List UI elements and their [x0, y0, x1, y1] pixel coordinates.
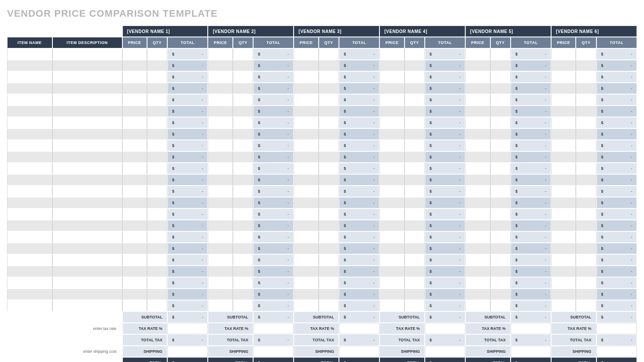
price-cell[interactable] — [379, 289, 404, 300]
qty-cell[interactable] — [147, 208, 167, 220]
qty-cell[interactable] — [233, 289, 253, 300]
qty-cell[interactable] — [319, 106, 339, 117]
price-cell[interactable] — [551, 197, 576, 208]
price-cell[interactable] — [122, 140, 147, 151]
qty-cell[interactable] — [405, 106, 425, 117]
price-cell[interactable] — [294, 128, 318, 140]
price-cell[interactable] — [122, 60, 147, 71]
price-cell[interactable] — [208, 117, 232, 128]
qty-cell[interactable] — [490, 231, 511, 243]
price-cell[interactable] — [465, 231, 490, 243]
qty-cell[interactable] — [233, 277, 253, 289]
item-description-cell[interactable] — [52, 163, 122, 174]
qty-cell[interactable] — [319, 71, 339, 83]
summary-value[interactable] — [511, 323, 551, 334]
qty-cell[interactable] — [405, 254, 425, 266]
qty-cell[interactable] — [490, 140, 511, 151]
price-cell[interactable] — [294, 94, 318, 106]
price-cell[interactable] — [465, 220, 490, 231]
item-description-cell[interactable] — [52, 266, 122, 277]
qty-cell[interactable] — [576, 174, 596, 186]
qty-cell[interactable] — [405, 243, 425, 254]
price-cell[interactable] — [551, 243, 576, 254]
item-description-cell[interactable] — [52, 140, 122, 151]
item-description-cell[interactable] — [52, 197, 122, 208]
price-cell[interactable] — [551, 48, 576, 60]
qty-cell[interactable] — [147, 117, 167, 128]
qty-cell[interactable] — [490, 128, 511, 140]
price-cell[interactable] — [551, 300, 576, 311]
item-description-cell[interactable] — [52, 289, 122, 300]
qty-cell[interactable] — [405, 60, 425, 71]
qty-cell[interactable] — [319, 48, 339, 60]
qty-cell[interactable] — [490, 266, 511, 277]
price-cell[interactable] — [379, 94, 404, 106]
price-cell[interactable] — [551, 128, 576, 140]
price-cell[interactable] — [379, 277, 404, 289]
price-cell[interactable] — [294, 163, 318, 174]
qty-cell[interactable] — [233, 300, 253, 311]
item-description-cell[interactable] — [52, 243, 122, 254]
qty-cell[interactable] — [233, 60, 253, 71]
item-name-cell[interactable] — [7, 48, 52, 60]
qty-cell[interactable] — [405, 220, 425, 231]
qty-cell[interactable] — [576, 163, 596, 174]
price-cell[interactable] — [551, 117, 576, 128]
qty-cell[interactable] — [147, 151, 167, 163]
qty-cell[interactable] — [576, 289, 596, 300]
price-cell[interactable] — [551, 163, 576, 174]
price-cell[interactable] — [551, 186, 576, 197]
qty-cell[interactable] — [147, 71, 167, 83]
item-name-cell[interactable] — [7, 106, 52, 117]
qty-cell[interactable] — [147, 266, 167, 277]
qty-cell[interactable] — [405, 151, 425, 163]
price-cell[interactable] — [465, 140, 490, 151]
price-cell[interactable] — [465, 163, 490, 174]
qty-cell[interactable] — [576, 197, 596, 208]
item-name-cell[interactable] — [7, 128, 52, 140]
price-cell[interactable] — [122, 208, 147, 220]
qty-cell[interactable] — [576, 186, 596, 197]
qty-cell[interactable] — [319, 174, 339, 186]
qty-cell[interactable] — [233, 266, 253, 277]
qty-cell[interactable] — [490, 208, 511, 220]
item-description-cell[interactable] — [52, 208, 122, 220]
price-cell[interactable] — [465, 277, 490, 289]
qty-cell[interactable] — [405, 231, 425, 243]
qty-cell[interactable] — [233, 243, 253, 254]
summary-value[interactable] — [339, 323, 379, 334]
price-cell[interactable] — [208, 94, 232, 106]
qty-cell[interactable] — [147, 106, 167, 117]
qty-cell[interactable] — [490, 71, 511, 83]
qty-cell[interactable] — [233, 197, 253, 208]
qty-cell[interactable] — [319, 117, 339, 128]
qty-cell[interactable] — [147, 289, 167, 300]
price-cell[interactable] — [379, 71, 404, 83]
item-name-cell[interactable] — [7, 174, 52, 186]
price-cell[interactable] — [122, 163, 147, 174]
qty-cell[interactable] — [319, 277, 339, 289]
price-cell[interactable] — [294, 243, 318, 254]
price-cell[interactable] — [208, 83, 232, 94]
price-cell[interactable] — [551, 94, 576, 106]
qty-cell[interactable] — [405, 163, 425, 174]
item-description-cell[interactable] — [52, 231, 122, 243]
qty-cell[interactable] — [147, 174, 167, 186]
qty-cell[interactable] — [147, 300, 167, 311]
qty-cell[interactable] — [147, 140, 167, 151]
qty-cell[interactable] — [233, 94, 253, 106]
qty-cell[interactable] — [405, 140, 425, 151]
price-cell[interactable] — [122, 94, 147, 106]
qty-cell[interactable] — [490, 174, 511, 186]
qty-cell[interactable] — [147, 243, 167, 254]
price-cell[interactable] — [208, 277, 232, 289]
qty-cell[interactable] — [147, 83, 167, 94]
price-cell[interactable] — [208, 174, 232, 186]
qty-cell[interactable] — [233, 174, 253, 186]
price-cell[interactable] — [294, 231, 318, 243]
qty-cell[interactable] — [576, 220, 596, 231]
qty-cell[interactable] — [319, 197, 339, 208]
qty-cell[interactable] — [490, 83, 511, 94]
summary-value[interactable] — [167, 346, 208, 357]
price-cell[interactable] — [379, 117, 404, 128]
